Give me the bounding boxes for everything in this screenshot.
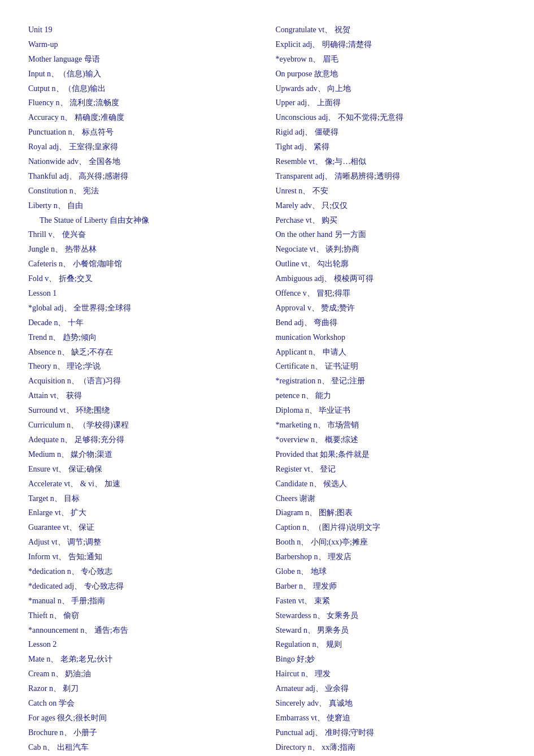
list-item: Approval v、 赞成;赞许 bbox=[276, 301, 506, 316]
list-item: Applicant n、 申请人 bbox=[276, 345, 506, 360]
list-item: Globe n、 地球 bbox=[276, 564, 506, 579]
list-item: Razor n、 剃刀 bbox=[28, 681, 259, 696]
list-item: Nationwide adv、 全国各地 bbox=[28, 154, 259, 169]
list-item: Lesson 2 bbox=[28, 637, 259, 652]
list-item: Absence n、 缺乏;不存在 bbox=[28, 345, 259, 360]
list-item: Unit 19 bbox=[28, 23, 259, 37]
list-item: Constitution n、 宪法 bbox=[28, 184, 259, 198]
list-item: Arnateur adj、 业余得 bbox=[276, 681, 506, 696]
list-item: Unrest n、 不安 bbox=[276, 184, 506, 198]
list-item: Upper adj、 上面得 bbox=[276, 96, 506, 110]
list-item: Curriculum n、（学校得)课程 bbox=[28, 418, 259, 433]
list-item: Jungle n、 热带丛林 bbox=[28, 242, 259, 257]
list-item: Catch on 学会 bbox=[28, 696, 259, 711]
list-item: Cutput n、（信息)输出 bbox=[28, 81, 259, 96]
list-item: Thankful adj、 高兴得;感谢得 bbox=[28, 169, 259, 184]
list-item: *global adj、 全世界得;全球得 bbox=[28, 301, 259, 316]
list-item: Stewardess n、 女乘务员 bbox=[276, 608, 506, 623]
list-item: Acquisition n、（语言)习得 bbox=[28, 374, 259, 388]
list-item: Transparent adj、 清晰易辨得;透明得 bbox=[276, 169, 506, 184]
list-item: *overview n、 概要;综述 bbox=[276, 433, 506, 447]
list-item: Accelerate vt、 & vi、 加速 bbox=[28, 477, 259, 491]
list-item: Mate n、 老弟;老兄;伙计 bbox=[28, 652, 259, 667]
list-item: Regulation n、 规则 bbox=[276, 637, 506, 652]
list-item: Haircut n、 理发 bbox=[276, 667, 506, 681]
list-item: Barbershop n、 理发店 bbox=[276, 550, 506, 564]
list-item: Candidate n、 候选人 bbox=[276, 477, 506, 491]
list-item: *dedication n、 专心致志 bbox=[28, 564, 259, 579]
list-item: Offence v、 冒犯;得罪 bbox=[276, 286, 506, 301]
list-item: Bingo 好;妙 bbox=[276, 652, 506, 667]
list-item: Cream n、 奶油;油 bbox=[28, 667, 259, 681]
list-item: Ensure vt、 保证;确保 bbox=[28, 462, 259, 477]
list-item: Guarantee vt、 保证 bbox=[28, 520, 259, 535]
list-item: munication Workshop bbox=[276, 330, 506, 345]
list-item: petence n、 能力 bbox=[276, 388, 506, 403]
list-item: Barber n、 理发师 bbox=[276, 579, 506, 594]
list-item: Fold v、 折叠;交叉 bbox=[28, 271, 259, 286]
list-item: Trend n、 趋势;倾向 bbox=[28, 330, 259, 345]
list-item: Upwards adv、 向上地 bbox=[276, 81, 506, 96]
main-content: Unit 19Warm-upMother language 母语Input n、… bbox=[28, 23, 506, 756]
list-item: Fluency n、 流利度;流畅度 bbox=[28, 96, 259, 110]
list-item: Lesson 1 bbox=[28, 286, 259, 301]
list-item: On the other hand 另一方面 bbox=[276, 227, 506, 242]
list-item: Thieft n、 偷窃 bbox=[28, 608, 259, 623]
list-item: Fasten vt、 束紧 bbox=[276, 594, 506, 608]
list-item: Accuracy n、 精确度;准确度 bbox=[28, 110, 259, 125]
list-item: Brochure n、 小册子 bbox=[28, 725, 259, 740]
list-item: Provided that 如果;条件就是 bbox=[276, 447, 506, 462]
list-item: Ambiguous adj、 模棱两可得 bbox=[276, 271, 506, 286]
list-item: Mother language 母语 bbox=[28, 52, 259, 67]
list-item: *marketing n、 市场营销 bbox=[276, 418, 506, 433]
list-item: Warm-up bbox=[28, 37, 259, 52]
list-item: Caption n、（图片得)说明文字 bbox=[276, 520, 506, 535]
list-item: Liberty n、 自由 bbox=[28, 198, 259, 213]
list-item: Embarrass vt、 使窘迫 bbox=[276, 711, 506, 725]
list-item: Explicit adj、 明确得;清楚得 bbox=[276, 37, 506, 52]
list-item: Sincerely adv、 真诚地 bbox=[276, 696, 506, 711]
list-item: Resemble vt、 像;与…相似 bbox=[276, 154, 506, 169]
list-item: Diagram n、 图解;图表 bbox=[276, 506, 506, 520]
list-item: Tight adj、 紧得 bbox=[276, 140, 506, 154]
list-item: Surround vt、 环绕;围绕 bbox=[28, 403, 259, 418]
list-item: Royal adj、 王室得;皇家得 bbox=[28, 140, 259, 154]
list-item: Thrill v、 使兴奋 bbox=[28, 227, 259, 242]
list-item: Rigid adj、 僵硬得 bbox=[276, 125, 506, 140]
list-item: Marely adv、 只;仅仅 bbox=[276, 198, 506, 213]
list-item: Bend adj、 弯曲得 bbox=[276, 316, 506, 330]
right-column: Congratulate vt、 祝贺Explicit adj、 明确得;清楚得… bbox=[276, 23, 506, 756]
list-item: *manual n、 手册;指南 bbox=[28, 594, 259, 608]
list-item: Booth n、 小间;(xx)亭;摊座 bbox=[276, 535, 506, 550]
list-item: Perchase vt、 购买 bbox=[276, 213, 506, 228]
list-item: Input n、（信息)输入 bbox=[28, 67, 259, 81]
list-item: On purpose 故意地 bbox=[276, 67, 506, 81]
list-item: Punctuation n、 标点符号 bbox=[28, 125, 259, 140]
list-item: *eyebrow n、 眉毛 bbox=[276, 52, 506, 67]
list-item: Register vt、 登记 bbox=[276, 462, 506, 477]
list-item: Enlarge vt、 扩大 bbox=[28, 506, 259, 520]
list-item: *dedicated adj、 专心致志得 bbox=[28, 579, 259, 594]
list-item: Medium n、 媒介物;渠道 bbox=[28, 447, 259, 462]
list-item: Adequate n、 足够得;充分得 bbox=[28, 433, 259, 447]
list-item: Inform vt、 告知;通知 bbox=[28, 550, 259, 564]
list-item: Certificate n、 证书;证明 bbox=[276, 359, 506, 374]
list-item: For ages 很久;很长时间 bbox=[28, 711, 259, 725]
list-item: Cheers 谢谢 bbox=[276, 491, 506, 506]
list-item: Decade n、 十年 bbox=[28, 316, 259, 330]
list-item: Punctual adj、 准时得;守时得 bbox=[276, 725, 506, 740]
list-item: Diploma n、 毕业证书 bbox=[276, 403, 506, 418]
list-item: Negociate vt、 谈判;协商 bbox=[276, 242, 506, 257]
list-item: Theory n、 理论;学说 bbox=[28, 359, 259, 374]
list-item: Outline vt、 勾出轮廓 bbox=[276, 257, 506, 271]
list-item: Adjust vt、 调节;调整 bbox=[28, 535, 259, 550]
list-item: Cab n、 出租汽车 bbox=[28, 740, 259, 755]
list-item: The Statue of Liberty 自由女神像 bbox=[28, 213, 259, 228]
list-item: Target n、 目标 bbox=[28, 491, 259, 506]
list-item: Directory n、 xx薄;指南 bbox=[276, 740, 506, 755]
list-item: *registration n、 登记;注册 bbox=[276, 374, 506, 388]
list-item: Congratulate vt、 祝贺 bbox=[276, 23, 506, 37]
list-item: Steward n、 男乘务员 bbox=[276, 623, 506, 638]
list-item: Unconscious adj、 不知不觉得;无意得 bbox=[276, 110, 506, 125]
list-item: *announcement n、 通告;布告 bbox=[28, 623, 259, 638]
